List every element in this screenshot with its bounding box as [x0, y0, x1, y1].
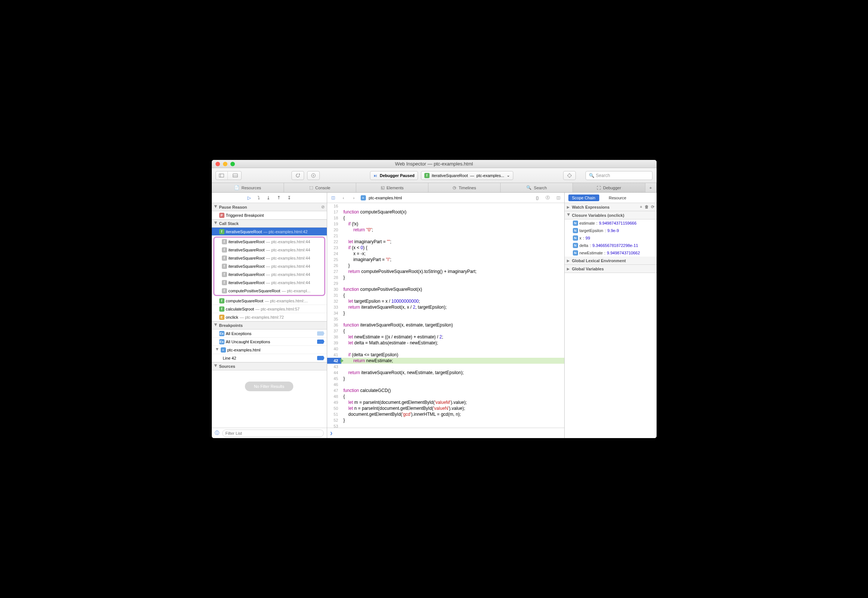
closure-variables-header[interactable]: ▶ Closure Variables (onclick) [565, 211, 657, 220]
function-icon: f [222, 247, 227, 253]
breadcrumb-file: ptc-examples... [477, 173, 504, 178]
function-icon: f [219, 298, 225, 303]
disclosure-icon: ▶ [567, 259, 571, 263]
pretty-print-button[interactable]: {} [534, 194, 541, 201]
number-icon: N [573, 228, 578, 233]
call-stack-row[interactable]: fcomputePositiveSquareRoot — ptc-exampl.… [214, 287, 324, 295]
function-icon: f [222, 272, 227, 277]
sources-header[interactable]: ▶ Sources [212, 362, 327, 371]
refresh-watch-icon[interactable]: ⟳ [651, 205, 654, 209]
toolbar: ⏯ Debugger Paused f iterativeSquareRoot … [212, 168, 657, 183]
debugger-status[interactable]: ⏯ Debugger Paused [370, 171, 418, 180]
tab-elements[interactable]: ◱ Elements [356, 183, 429, 192]
function-icon: f [219, 229, 225, 234]
bottom-console-toggle[interactable] [229, 172, 241, 179]
call-stack-row[interactable]: Eonclick — ptc-examples.html:72 [212, 313, 327, 321]
variable-row[interactable]: NnewEstimate: 9.9498743710662 [565, 249, 657, 257]
bp-toggle[interactable] [317, 356, 325, 360]
disclosure-icon: ▶ [567, 267, 571, 271]
function-icon: f [424, 173, 430, 178]
bp-toggle[interactable] [317, 339, 325, 344]
step-button[interactable]: ↧ [287, 195, 291, 200]
step-over-button[interactable]: ⤵ [258, 195, 260, 200]
call-stack-row[interactable]: fiterativeSquareRoot — ptc-examples.html… [214, 246, 324, 254]
number-icon: N [573, 235, 578, 241]
zoom-button[interactable] [230, 162, 235, 166]
call-stack-row[interactable]: fiterativeSquareRoot — ptc-examples.html… [214, 262, 324, 271]
chevron-down-icon: ⌄ [507, 173, 510, 178]
step-out-button[interactable]: ⤒ [277, 195, 281, 200]
download-button[interactable] [307, 171, 320, 180]
reload-button[interactable] [291, 171, 304, 180]
function-icon: E [219, 315, 225, 320]
tab-resources[interactable]: 📄 Resources [212, 183, 284, 192]
bp-file-row[interactable]: ▶ ≡ ptc-examples.html [212, 346, 327, 354]
disclosure-icon: ▶ [216, 348, 219, 352]
console-prompt[interactable]: ❯ [327, 428, 564, 438]
call-stack-row[interactable]: fcalculateSqroot — ptc-examples.html:57 [212, 305, 327, 313]
nav-back[interactable]: ‹ [340, 194, 347, 201]
variable-row[interactable]: NtargetEpsilon: 9.9e-9 [565, 227, 657, 234]
sidebar-toggle-group [216, 171, 241, 180]
call-stack-row[interactable]: fiterativeSquareRoot — ptc-examples.html… [212, 227, 327, 236]
call-stack-row[interactable]: fiterativeSquareRoot — ptc-examples.html… [214, 254, 324, 262]
info-icon[interactable]: ⓘ [215, 430, 219, 436]
options-icon[interactable]: ⊘ [321, 205, 325, 209]
function-icon: f [222, 280, 227, 285]
function-icon: f [222, 239, 227, 244]
nav-forward[interactable]: › [350, 194, 358, 201]
continue-button[interactable]: ▷ [247, 195, 251, 200]
call-stack-row[interactable]: fiterativeSquareRoot — ptc-examples.html… [214, 278, 324, 287]
scope-chain-tab[interactable]: Scope Chain [568, 194, 599, 201]
type-profile-button[interactable]: ⓣ [544, 194, 552, 201]
filter-input[interactable] [222, 429, 324, 437]
resource-tab[interactable]: Resource [605, 194, 630, 201]
close-button[interactable] [216, 162, 220, 166]
tab-add[interactable]: + [645, 183, 657, 192]
tab-timelines[interactable]: ◷ Timelines [429, 183, 501, 192]
search-field[interactable]: 🔍 Search [586, 171, 652, 180]
pause-reason-row[interactable]: P Triggered Breakpoint [212, 211, 327, 220]
call-stack-row[interactable]: fiterativeSquareRoot — ptc-examples.html… [214, 271, 324, 278]
number-icon: N [573, 221, 578, 226]
global-lexical-header[interactable]: ▶ Global Lexical Environment [565, 257, 657, 265]
left-sidebar-toggle[interactable] [216, 172, 228, 179]
breadcrumb-fn: iterativeSquareRoot [432, 173, 468, 178]
watch-expressions-header[interactable]: ▶ Watch Expressions + 🗑 ⟳ [565, 203, 657, 211]
bp-line-row[interactable]: Line 42 [212, 354, 327, 362]
variable-row[interactable]: Nestimate: 9.949874371159666 [565, 220, 657, 227]
code-editor[interactable]: 1617function computeSquareRoot(x)18{19 i… [327, 203, 564, 428]
tab-search[interactable]: 🔍 Search [501, 183, 573, 192]
bp-toggle[interactable] [317, 331, 325, 336]
right-panel: Scope Chain Resource ▶ Watch Expressions… [564, 193, 657, 438]
tab-debugger[interactable]: ⛶ Debugger [573, 183, 645, 192]
add-watch-icon[interactable]: + [640, 205, 642, 209]
global-variables-header[interactable]: ▶ Global Variables [565, 265, 657, 273]
pause-reason-header[interactable]: ▶ Pause Reason ⊘ [212, 203, 327, 211]
step-into-button[interactable]: ⤓ [267, 195, 270, 200]
all-exceptions-row[interactable]: Ex All Exceptions [212, 329, 327, 338]
left-panel-toggle[interactable]: ◫ [330, 194, 337, 201]
uncaught-exceptions-row[interactable]: Ex All Uncaught Exceptions [212, 338, 327, 346]
number-icon: N [573, 243, 578, 248]
call-stack-header[interactable]: ▶ Call Stack [212, 220, 327, 227]
disclosure-icon: ▶ [214, 205, 218, 209]
function-icon: f [222, 256, 227, 261]
inspect-element-button[interactable] [563, 171, 576, 180]
variable-row[interactable]: Ndelta: 9.346656781872298e-11 [565, 242, 657, 249]
right-tabs: Scope Chain Resource [565, 193, 657, 203]
center-panel: ◫ ‹ › ≡ ptc-examples.html {} ⓣ ◫ 1617fun… [327, 193, 564, 438]
right-panel-toggle[interactable]: ◫ [555, 194, 562, 201]
call-stack-row[interactable]: fiterativeSquareRoot — ptc-examples.html… [214, 238, 324, 246]
breadcrumb[interactable]: f iterativeSquareRoot — ptc-examples... … [421, 171, 513, 180]
breakpoints-header[interactable]: ▶ Breakpoints [212, 321, 327, 329]
call-stack-row[interactable]: fcomputeSquareRoot — ptc-examples.html:.… [212, 297, 327, 305]
document-icon: ≡ [221, 347, 226, 353]
clear-watch-icon[interactable]: 🗑 [645, 205, 649, 209]
tab-console[interactable]: ⬚ Console [284, 183, 356, 192]
titlebar: Web Inspector — ptc-examples.html [212, 160, 657, 168]
function-icon: f [222, 288, 227, 293]
no-filter-results: No Filter Results [245, 381, 293, 391]
variable-row[interactable]: Nx: 99 [565, 234, 657, 242]
minimize-button[interactable] [223, 162, 228, 166]
